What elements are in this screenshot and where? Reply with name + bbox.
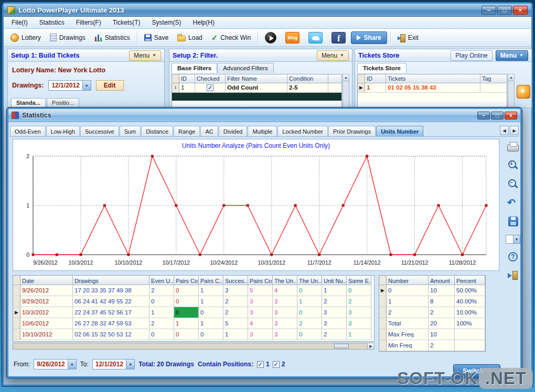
table-row[interactable]: 10/6/201226 27 28 32 47 59 53211543233 [13, 318, 374, 329]
drawings-button[interactable]: Drawings [46, 32, 89, 43]
zoom-in-icon[interactable]: + [507, 160, 519, 170]
to-date-combo[interactable]: 12/1/2012 ▼ [92, 359, 135, 369]
scroll-up-icon[interactable]: ▲ [343, 74, 349, 81]
stats-tab-prior-drawings[interactable]: Prior Drawings [328, 126, 376, 136]
column-header-id[interactable]: ID [179, 74, 195, 83]
column-header-pairs-co[interactable]: Pairs Co [248, 276, 273, 285]
undo-icon[interactable] [507, 198, 519, 208]
column-header-number[interactable]: Number [387, 276, 429, 285]
stats-tab-range[interactable]: Range [174, 126, 200, 136]
scroll-up-icon[interactable]: ▲ [508, 74, 514, 81]
column-header-the-un-[interactable]: The Un... [297, 276, 322, 285]
play-button[interactable] [261, 30, 280, 45]
load-button[interactable]: Load [174, 32, 206, 43]
ticket-row[interactable]: ▶101 02 05 15 38 43 [358, 83, 507, 93]
column-header-amount[interactable]: Amount [429, 276, 455, 285]
table-row[interactable]: Total20100% [379, 318, 485, 329]
column-header-unit-nu-[interactable]: Unit Nu... [322, 276, 347, 285]
filter-checked-cell[interactable]: ✓ [195, 83, 226, 93]
build-mode-tab[interactable]: Positio... [47, 98, 79, 107]
setup2-menu-button[interactable]: Menu▼ [317, 50, 349, 61]
table-row[interactable]: ▶01050.00% [379, 285, 485, 296]
column-header-tag[interactable]: Tag [480, 74, 507, 83]
stats-tab-odd-even[interactable]: Odd-Even [10, 126, 46, 136]
chevron-down-icon[interactable]: ▼ [126, 360, 134, 369]
filter-grid-scrollbar[interactable]: ▲ [343, 74, 349, 108]
share-button[interactable]: Share [351, 31, 387, 44]
drawings-combo[interactable]: 12/1/2012 ▼ [48, 80, 91, 91]
table-row[interactable]: 10/10/201202 06 15 32 50 53 12000133021 [13, 329, 374, 340]
setup1-menu-button[interactable]: Menu▼ [129, 50, 161, 61]
menu-item-file[interactable]: File(I) [6, 17, 34, 28]
lottery-button[interactable]: Lottery [7, 32, 45, 43]
stats-tab-successive[interactable]: Successive [80, 126, 119, 136]
tab-advanced-filters[interactable]: Advanced Filters [217, 63, 274, 73]
exit-button[interactable]: Exit [394, 32, 422, 43]
table-row[interactable]: 9/29/201206 24 41 42 49 55 22001233122 [13, 296, 374, 307]
maximize-button[interactable]: □ [497, 6, 512, 15]
tab-tickets-store[interactable]: Tickets Store [357, 63, 406, 73]
facebook-button[interactable] [328, 30, 349, 45]
stats-tab-units-number[interactable]: Units Number [376, 126, 423, 136]
column-header-condition[interactable]: Condition [287, 74, 328, 83]
stats-tab-sum[interactable]: Sum [120, 126, 141, 136]
statistics-titlebar[interactable]: Statistics – □ × [8, 109, 520, 122]
menu-item-help[interactable]: Help(H) [187, 17, 220, 28]
column-header-date[interactable]: Date [20, 276, 73, 285]
menu-item-tickets[interactable]: Tickets(T) [107, 17, 146, 28]
stats-tab-divided[interactable]: Divided [219, 126, 248, 136]
column-header-checked[interactable]: Checked [195, 74, 226, 83]
exit-statistics-icon[interactable] [507, 270, 519, 280]
column-header-id[interactable]: ID [365, 74, 386, 83]
zoom-out-icon[interactable]: − [507, 179, 519, 189]
minimize-button[interactable]: – [482, 6, 496, 15]
horizontal-scrollbar[interactable]: ▶ [13, 343, 374, 350]
gift-icon[interactable] [517, 85, 530, 99]
blog-button[interactable]: blog [282, 30, 303, 45]
help-icon[interactable] [508, 252, 518, 262]
column-header-drawings[interactable]: Drawings [73, 276, 149, 285]
tab-scroll-left-icon[interactable]: ◀ [500, 126, 509, 135]
table-row[interactable]: Max Freq10 [379, 329, 485, 340]
tab-base-filters[interactable]: Base Filters [172, 63, 217, 73]
print-icon[interactable] [507, 145, 519, 151]
menu-item-system[interactable]: System(S) [146, 17, 187, 28]
restore-button[interactable]: □ [491, 112, 504, 119]
table-row[interactable]: 1840.00% [379, 296, 485, 307]
chart-type-combo[interactable] [506, 235, 520, 244]
table-row[interactable]: 9/26/201217 20 33 35 37 49 38201354010 [13, 285, 374, 296]
edit-button[interactable]: Edit [96, 80, 124, 91]
table-row[interactable]: Min Freq2 [379, 340, 485, 351]
checkbox-icon[interactable]: ✓ [273, 361, 280, 368]
statistics-button[interactable]: Statistics [91, 32, 134, 43]
column-header-the-un-[interactable]: The Un... [273, 276, 297, 285]
menu-item-statistics[interactable]: Statistics [34, 17, 70, 28]
tickets-grid-scrollbar[interactable]: ▲ [508, 74, 515, 108]
column-header-pairs-c-[interactable]: Pairs C... [199, 276, 223, 285]
menu-item-filters[interactable]: Filters(F) [70, 17, 107, 28]
stats-tab-distance[interactable]: Distance [141, 126, 173, 136]
filter-row[interactable]: I1✓Odd Count2-5 [172, 83, 341, 93]
stats-tab-low-high[interactable]: Low-High [46, 126, 80, 136]
build-mode-tab[interactable]: Standa... [11, 98, 46, 107]
chevron-down-icon[interactable]: ▼ [82, 81, 91, 90]
stats-tab-locked-number[interactable]: Locked Number [277, 126, 328, 136]
chevron-down-icon[interactable]: ▼ [68, 360, 76, 369]
tab-scroll-right-icon[interactable]: ▶ [510, 126, 519, 135]
check-button[interactable]: Check Win [208, 32, 255, 43]
scrollbar-thumb[interactable] [334, 344, 349, 349]
column-header-even-u-[interactable]: Even U... [149, 276, 174, 285]
close-button[interactable]: × [513, 6, 528, 15]
scroll-right-icon[interactable]: ▶ [367, 343, 374, 349]
table-row[interactable]: ▶10/3/201222 24 37 45 52 56 17100233033 [13, 307, 374, 318]
column-header-succes-[interactable]: Succes... [223, 276, 248, 285]
column-header-pairs-co[interactable]: Pairs Co [174, 276, 199, 285]
column-header-percent[interactable]: Percent [455, 276, 485, 285]
twitter-button[interactable] [305, 30, 326, 45]
minimize-button[interactable]: – [477, 112, 490, 119]
save-chart-icon[interactable] [508, 216, 518, 226]
save-button[interactable]: Save [141, 32, 172, 43]
close-button[interactable]: × [505, 112, 517, 119]
column-header-tickets[interactable]: Tickets [386, 74, 480, 83]
play-online-button[interactable]: Play Online [451, 50, 492, 61]
